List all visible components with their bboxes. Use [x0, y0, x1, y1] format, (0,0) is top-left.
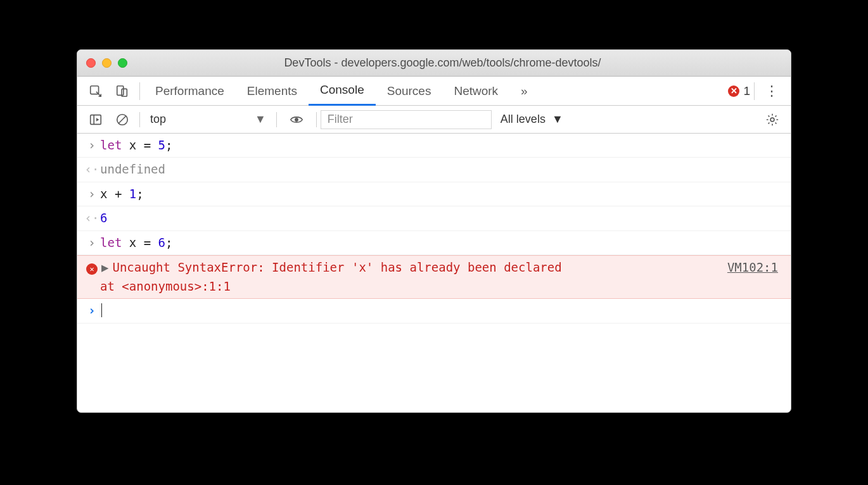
tab-network[interactable]: Network: [442, 77, 509, 106]
eye-icon: [290, 113, 303, 127]
svg-rect-3: [91, 115, 101, 124]
svg-point-9: [770, 118, 774, 122]
inspect-icon: [89, 84, 103, 98]
close-window-button[interactable]: [86, 58, 96, 68]
clear-icon: [115, 113, 129, 127]
svg-point-8: [295, 118, 298, 122]
overflow-icon: »: [521, 84, 528, 98]
levels-label: All levels: [501, 113, 546, 126]
separator: [139, 82, 140, 100]
tab-label: Network: [454, 84, 498, 98]
console-toolbar: top ▼ All levels ▼: [77, 106, 791, 134]
error-icon: ✕: [86, 263, 98, 275]
console-prompt-row[interactable]: ›: [77, 299, 791, 323]
gear-icon: [765, 113, 779, 127]
console-output[interactable]: ›let x = 5;‹·undefined›x + 1;‹·6›let x =…: [77, 134, 791, 412]
tab-console[interactable]: Console: [309, 77, 376, 106]
console-input[interactable]: [100, 301, 102, 320]
expand-triangle-icon[interactable]: ▶: [101, 260, 108, 274]
error-count: 1: [743, 84, 750, 98]
error-count-badge[interactable]: ✕ 1: [728, 84, 750, 98]
code-line: undefined: [100, 160, 165, 179]
separator: [754, 82, 755, 100]
code-line: let x = 6;: [100, 234, 172, 252]
kebab-icon: ⋮: [765, 83, 779, 99]
tab-label: Performance: [155, 84, 224, 98]
console-error-row[interactable]: ✕ ▶Uncaught SyntaxError: Identifier 'x' …: [77, 255, 791, 299]
error-message: ▶Uncaught SyntaxError: Identifier 'x' ha…: [100, 258, 727, 296]
tab-label: Elements: [247, 84, 297, 98]
svg-marker-5: [96, 118, 99, 122]
console-output-row[interactable]: ‹·6: [77, 206, 791, 230]
input-chevron-icon: ›: [84, 136, 100, 154]
error-gutter: ✕: [84, 258, 100, 277]
input-chevron-icon: ›: [84, 185, 100, 203]
devtools-window: DevTools - developers.google.com/web/too…: [77, 49, 791, 413]
code-line: let x = 5;: [100, 136, 172, 154]
svg-rect-1: [117, 85, 124, 95]
separator: [316, 112, 317, 127]
filter-input[interactable]: [321, 110, 492, 129]
window-title: DevTools - developers.google.com/web/too…: [141, 56, 782, 70]
tab-sources[interactable]: Sources: [376, 77, 443, 106]
separator: [139, 112, 140, 127]
console-input-row[interactable]: ›let x = 6;: [77, 231, 791, 255]
device-icon: [115, 84, 129, 98]
minimize-window-button[interactable]: [102, 58, 112, 68]
code-line: x + 1;: [100, 185, 144, 203]
input-chevron-icon: ›: [84, 234, 100, 252]
context-selector[interactable]: top ▼: [144, 113, 272, 126]
error-icon: ✕: [728, 85, 739, 97]
console-settings-button[interactable]: [759, 105, 786, 134]
code-line: 6: [100, 209, 107, 227]
prompt-icon: ›: [84, 301, 100, 320]
tabs-overflow-button[interactable]: »: [509, 77, 539, 106]
inspect-element-button[interactable]: [82, 77, 109, 106]
log-levels-selector[interactable]: All levels ▼: [492, 113, 572, 126]
traffic-lights: [86, 58, 127, 68]
chevron-down-icon: ▼: [552, 113, 563, 126]
console-input-row[interactable]: ›x + 1;: [77, 182, 791, 206]
chevron-down-icon: ▼: [255, 113, 266, 126]
live-expression-button[interactable]: [281, 105, 312, 134]
text-cursor: [101, 303, 102, 317]
console-output-row[interactable]: ‹·undefined: [77, 158, 791, 182]
toggle-console-sidebar-button[interactable]: [82, 105, 109, 134]
zoom-window-button[interactable]: [118, 58, 127, 68]
console-input-row[interactable]: ›let x = 5;: [77, 134, 791, 158]
error-source-link[interactable]: VM102:1: [727, 258, 784, 296]
tab-performance[interactable]: Performance: [144, 77, 236, 106]
tab-elements[interactable]: Elements: [236, 77, 309, 106]
clear-console-button[interactable]: [109, 105, 136, 134]
sidebar-icon: [89, 113, 103, 127]
window-titlebar: DevTools - developers.google.com/web/too…: [77, 50, 791, 77]
separator: [276, 112, 277, 127]
tab-label: Sources: [387, 84, 431, 98]
output-chevron-icon: ‹·: [84, 160, 100, 179]
context-label: top: [150, 113, 166, 126]
output-chevron-icon: ‹·: [84, 209, 100, 227]
device-toolbar-button[interactable]: [109, 77, 136, 106]
svg-line-7: [119, 116, 126, 123]
tab-label: Console: [320, 83, 364, 97]
main-tab-bar: Performance Elements Console Sources Net…: [77, 77, 791, 106]
more-options-button[interactable]: ⋮: [758, 77, 786, 106]
